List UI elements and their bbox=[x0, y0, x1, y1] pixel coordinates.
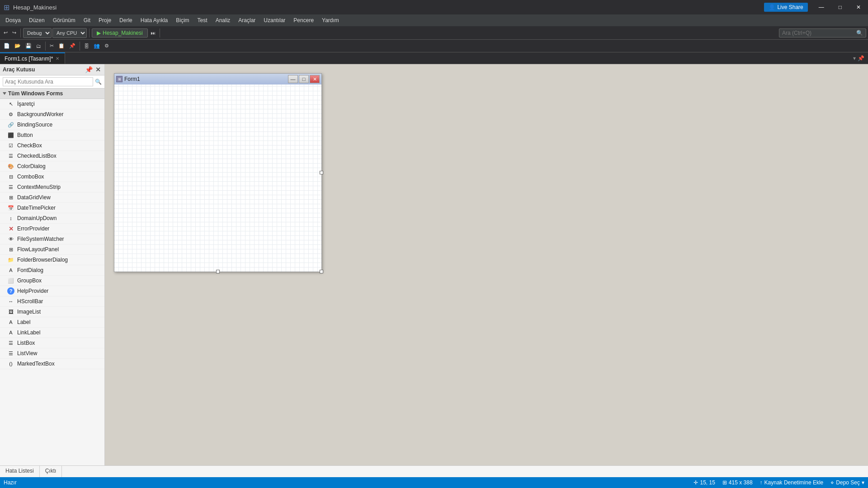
toolbox-item-contextmenustrip[interactable]: ☰ContextMenuStrip bbox=[0, 182, 104, 192]
maximize-button[interactable]: □ bbox=[835, 4, 845, 10]
toolbox-search-input[interactable] bbox=[3, 77, 93, 86]
toolbox-item-listview[interactable]: ☰ListView bbox=[0, 348, 104, 359]
copy-button[interactable]: 📋 bbox=[57, 42, 66, 50]
new-file-button[interactable]: 📄 bbox=[2, 42, 12, 50]
toolbox-item-errorprovider[interactable]: ✕ErrorProvider bbox=[0, 224, 104, 234]
form1-titlebar[interactable]: ⊞ Form1 — □ ✕ bbox=[114, 74, 321, 84]
status-bar: Hazır ✛ 15, 15 ⊞ 415 x 388 ↑ Kaynak Dene… bbox=[0, 477, 868, 488]
folderbrowser-icon: 📁 bbox=[7, 256, 14, 263]
toolbox-item-domainupdown[interactable]: ↕DomainUpDown bbox=[0, 213, 104, 224]
toolbox-item-listbox[interactable]: ☰ListBox bbox=[0, 338, 104, 348]
toolbox-item-checkbox[interactable]: ☑CheckBox bbox=[0, 141, 104, 151]
menu-item-biçim[interactable]: Biçim bbox=[172, 16, 193, 25]
menu-item-dosya[interactable]: Dosya bbox=[2, 16, 24, 25]
redo-button[interactable]: ↪ bbox=[10, 29, 18, 37]
toolbox-item-backgroundworker[interactable]: ⚙BackgroundWorker bbox=[0, 109, 104, 120]
menu-item-analiz[interactable]: Analiz bbox=[212, 16, 234, 25]
toolbox-item-linklabel[interactable]: ALinkLabel bbox=[0, 328, 104, 338]
toolbox-item-hscrollbar[interactable]: ↔HScrollBar bbox=[0, 296, 104, 307]
status-branch[interactable]: ⋄ Depo Seç ▾ bbox=[830, 479, 864, 486]
resize-handle-bottom-right[interactable] bbox=[320, 270, 323, 273]
toolbox-item-button[interactable]: ⬛Button bbox=[0, 130, 104, 141]
form1-close-button[interactable]: ✕ bbox=[310, 75, 320, 83]
live-share-button[interactable]: 👤 Live Share bbox=[764, 3, 807, 12]
menu-item-görünüm[interactable]: Görünüm bbox=[49, 16, 79, 25]
tab-close-button[interactable]: ✕ bbox=[55, 55, 60, 62]
toolbox-item-label: Button bbox=[17, 132, 33, 138]
toolbox-item-fontdialog[interactable]: AFontDialog bbox=[0, 265, 104, 276]
properties-button[interactable]: ⚙ bbox=[103, 42, 111, 50]
binding-icon: 🔗 bbox=[7, 121, 14, 128]
designer-canvas[interactable]: ⊞ Form1 — □ ✕ bbox=[105, 64, 868, 465]
save-all-button[interactable]: 🗂 bbox=[34, 42, 43, 50]
tab-dropdown-icon[interactable]: ▾ bbox=[853, 55, 856, 61]
tab-pin-icon[interactable]: 📌 bbox=[858, 55, 864, 61]
run-button[interactable]: ▶ Hesap_Makinesi bbox=[92, 28, 148, 38]
toolbox-item-label[interactable]: ALabel bbox=[0, 317, 104, 328]
tab-error-list[interactable]: Hata Listesi bbox=[0, 466, 40, 477]
toolbox-item-label: CheckBox bbox=[17, 142, 42, 149]
toolbox-item-filesystemwatcher[interactable]: 👁FileSystemWatcher bbox=[0, 234, 104, 244]
toolbox-item-combobox[interactable]: ⊟ComboBox bbox=[0, 172, 104, 182]
form1-body[interactable] bbox=[114, 84, 321, 272]
toolbox-item-colordialog[interactable]: 🎨ColorDialog bbox=[0, 161, 104, 172]
open-file-button[interactable]: 📂 bbox=[13, 42, 23, 50]
paste-button[interactable]: 📌 bbox=[67, 42, 77, 50]
close-window-button[interactable]: ✕ bbox=[853, 4, 864, 10]
toolbox-item-i̇şaretçi[interactable]: ↖İşaretçi bbox=[0, 99, 104, 109]
toolbox-item-datagridview[interactable]: ⊞DataGridView bbox=[0, 192, 104, 203]
status-source-control[interactable]: ↑ Kaynak Denetimine Ekle bbox=[760, 479, 824, 486]
toolbox-item-helpprovider[interactable]: ?HelpProvider bbox=[0, 286, 104, 296]
solution-explorer-button[interactable]: 🗄 bbox=[82, 42, 91, 50]
minimize-button[interactable]: — bbox=[815, 4, 828, 10]
status-right: ✛ 15, 15 ⊞ 415 x 388 ↑ Kaynak Denetimine… bbox=[693, 479, 864, 486]
listview-icon: ☰ bbox=[7, 350, 14, 357]
pointer-icon: ↖ bbox=[7, 100, 14, 108]
toolbox-item-label: ComboBox bbox=[17, 174, 44, 180]
menu-item-araçlar[interactable]: Araçlar bbox=[235, 16, 259, 25]
toolbox-close-button[interactable]: ✕ bbox=[94, 66, 102, 73]
checkbox-icon: ☑ bbox=[7, 142, 14, 149]
menu-item-yardım[interactable]: Yardım bbox=[318, 16, 343, 25]
toolbox-category[interactable]: Tüm Windows Forms bbox=[0, 89, 104, 99]
tab-form1-designer[interactable]: Form1.cs [Tasarım]* ✕ bbox=[0, 52, 65, 64]
debug-config-dropdown[interactable]: Debug bbox=[23, 28, 52, 38]
form1-minimize-button[interactable]: — bbox=[288, 75, 298, 83]
toolbox-pin-button[interactable]: 📌 bbox=[84, 66, 94, 73]
form1-designer-window[interactable]: ⊞ Form1 — □ ✕ bbox=[114, 73, 322, 272]
status-left: Hazır bbox=[4, 479, 17, 486]
resize-handle-bottom-center[interactable] bbox=[216, 270, 220, 273]
undo-button[interactable]: ↩ bbox=[2, 29, 9, 37]
menu-item-test[interactable]: Test bbox=[194, 16, 211, 25]
step-over-button[interactable]: ⏭ bbox=[149, 29, 157, 37]
search-box[interactable]: 🔍 bbox=[779, 28, 866, 38]
toolbox-item-folderbrowserdialog[interactable]: 📁FolderBrowserDialog bbox=[0, 255, 104, 265]
filesystem-icon: 👁 bbox=[7, 235, 14, 243]
save-button[interactable]: 💾 bbox=[24, 42, 33, 50]
menu-item-pencere[interactable]: Pencere bbox=[290, 16, 317, 25]
form1-title-left: ⊞ Form1 bbox=[116, 76, 140, 82]
resize-handle-right-center[interactable] bbox=[320, 171, 323, 174]
toolbox-item-imagelist[interactable]: 🖼ImageList bbox=[0, 307, 104, 317]
menu-item-düzen[interactable]: Düzen bbox=[25, 16, 48, 25]
menu-item-derle[interactable]: Derle bbox=[116, 16, 136, 25]
toolbox-search-icon: 🔍 bbox=[95, 79, 102, 85]
cut-button[interactable]: ✂ bbox=[48, 42, 56, 50]
menu-item-proje[interactable]: Proje bbox=[95, 16, 115, 25]
tab-output[interactable]: Çıktı bbox=[40, 466, 62, 477]
menu-item-hata-ayıkla[interactable]: Hata Ayıkla bbox=[137, 16, 171, 25]
groupbox-icon: ⬜ bbox=[7, 277, 14, 284]
menu-item-uzantılar[interactable]: Uzantılar bbox=[260, 16, 289, 25]
toolbox-item-groupbox[interactable]: ⬜GroupBox bbox=[0, 276, 104, 286]
form1-maximize-button[interactable]: □ bbox=[299, 75, 309, 83]
menu-item-git[interactable]: Git bbox=[80, 16, 94, 25]
cpu-config-dropdown[interactable]: Any CPU bbox=[52, 28, 87, 38]
search-input[interactable] bbox=[782, 30, 854, 36]
team-explorer-button[interactable]: 👥 bbox=[92, 42, 102, 50]
toolbox-item-markedtextbox[interactable]: ()MarkedTextBox bbox=[0, 359, 104, 369]
toolbox-item-checkedlistbox[interactable]: ☰CheckedListBox bbox=[0, 151, 104, 161]
toolbox-item-label: FlowLayoutPanel bbox=[17, 246, 59, 253]
toolbox-item-flowlayoutpanel[interactable]: ⊞FlowLayoutPanel bbox=[0, 244, 104, 255]
toolbox-item-datetimepicker[interactable]: 📅DateTimePicker bbox=[0, 203, 104, 213]
toolbox-item-bindingsource[interactable]: 🔗BindingSource bbox=[0, 120, 104, 130]
